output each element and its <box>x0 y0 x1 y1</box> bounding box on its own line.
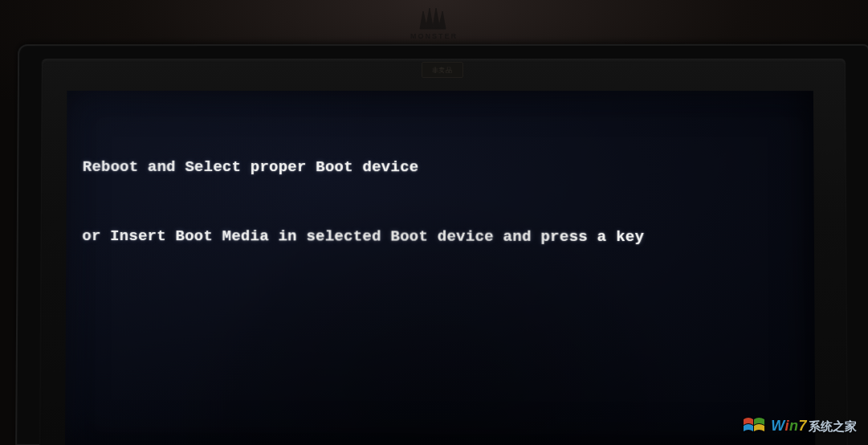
wall-sticker: MONSTER <box>390 0 479 40</box>
bios-message-line-2: or Insert Boot Media in selected Boot de… <box>82 224 797 248</box>
monitor-body: 非卖品 Reboot and Select proper Boot device… <box>15 44 868 445</box>
bios-console: Reboot and Select proper Boot device or … <box>82 110 798 295</box>
bezel-info-sticker: 非卖品 <box>421 62 463 78</box>
bios-message-line-1: Reboot and Select proper Boot device <box>83 156 798 179</box>
wall-sticker-label: MONSTER <box>410 32 458 40</box>
monster-claw-icon <box>415 6 454 31</box>
boot-screen[interactable]: Reboot and Select proper Boot device or … <box>65 91 815 445</box>
bezel-info-label: 非卖品 <box>432 66 453 75</box>
